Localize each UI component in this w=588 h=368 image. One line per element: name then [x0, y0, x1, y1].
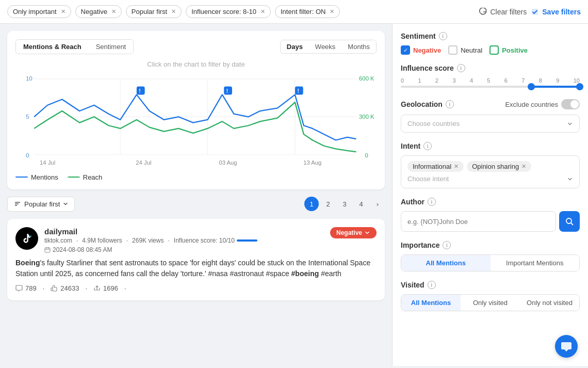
- sort-button[interactable]: Popular first: [7, 197, 75, 212]
- filter-tag-popular-first[interactable]: Popular first ✕: [126, 5, 182, 18]
- geo-info-icon[interactable]: i: [446, 100, 454, 108]
- filter-tag-intent[interactable]: Intent filter: ON ✕: [275, 5, 340, 18]
- visited-only-visited[interactable]: Only visited: [461, 295, 520, 311]
- slider-track[interactable]: [401, 86, 580, 88]
- page-1-button[interactable]: 1: [304, 197, 319, 211]
- geo-header: Geolocation i Exclude countries: [401, 99, 580, 109]
- svg-text:300 K: 300 K: [359, 114, 374, 120]
- chat-bubble[interactable]: [555, 335, 578, 358]
- page-2-button[interactable]: 2: [321, 197, 335, 211]
- visited-section: Visited i All Mentions Only visited Only…: [401, 281, 580, 311]
- post-date: 2024-08-08 08:45 AM: [44, 246, 324, 253]
- author-search-button[interactable]: [559, 211, 580, 232]
- author-section: Author i: [401, 198, 580, 232]
- chevron-down-small-icon: [364, 230, 370, 236]
- time-tab-group: Days Weeks Months: [280, 40, 377, 54]
- importance-all-mentions[interactable]: All Mentions: [401, 255, 491, 271]
- tab-days[interactable]: Days: [281, 40, 309, 53]
- avatar: [15, 227, 38, 250]
- checkmark-negative: ✓: [403, 47, 408, 54]
- slider-thumb-right[interactable]: [576, 83, 583, 90]
- main-layout: Mentions & Reach Sentiment Days Weeks Mo…: [0, 24, 588, 366]
- author-info-icon[interactable]: i: [428, 198, 436, 206]
- page-3-button[interactable]: 3: [337, 197, 352, 211]
- sentiment-neutral[interactable]: Neutral: [448, 45, 482, 55]
- pagination: 1 2 3 4 ›: [304, 197, 385, 211]
- intent-section: Intent i Informational ✕ Opinion sharing…: [401, 142, 580, 188]
- pagination-next-button[interactable]: ›: [370, 197, 385, 211]
- countries-dropdown[interactable]: Choose countries: [401, 115, 580, 133]
- chat-icon: [561, 341, 572, 352]
- importance-info-icon[interactable]: i: [443, 241, 451, 249]
- importance-title: Importance i: [401, 241, 580, 249]
- dropdown-chevron-icon: [567, 121, 573, 127]
- sentiment-positive[interactable]: Positive: [489, 45, 528, 55]
- chart-card: Mentions & Reach Sentiment Days Weeks Mo…: [7, 31, 385, 189]
- clear-filters-button[interactable]: Clear filters: [479, 8, 527, 16]
- chart-area[interactable]: 10 5 0 600 K 300 K 0 !: [15, 70, 377, 169]
- svg-text:5: 5: [26, 114, 29, 120]
- tab-weeks[interactable]: Weeks: [309, 40, 342, 53]
- svg-point-26: [19, 231, 35, 246]
- slider-labels: 0 1 2 3 4 5 6 7 8 9 10: [401, 77, 580, 84]
- intent-box[interactable]: Informational ✕ Opinion sharing ✕ Choose…: [401, 155, 580, 188]
- intent-chevron-icon: [567, 176, 573, 182]
- legend-mentions: Mentions: [15, 173, 58, 181]
- influence-info-icon[interactable]: i: [457, 64, 465, 72]
- chevron-down-icon: [63, 201, 68, 206]
- influence-track: [237, 239, 257, 242]
- filter-bar: Only important ✕ Negative ✕ Popular firs…: [0, 0, 588, 24]
- tab-mentions-reach[interactable]: Mentions & Reach: [16, 40, 89, 54]
- checkbox-neutral[interactable]: [448, 45, 458, 55]
- checkbox-negative[interactable]: ✓: [401, 45, 410, 55]
- svg-line-32: [571, 223, 573, 225]
- sentiment-negative[interactable]: ✓ Negative: [401, 45, 441, 55]
- visited-all-mentions[interactable]: All Mentions: [401, 295, 461, 311]
- filter-tag-negative[interactable]: Negative ✕: [75, 5, 122, 18]
- remove-intent-opinion-sharing[interactable]: ✕: [521, 163, 526, 170]
- remove-filter-only-important[interactable]: ✕: [61, 8, 66, 15]
- page-4-button[interactable]: 4: [354, 197, 368, 211]
- visited-only-not-visited[interactable]: Only not visited: [520, 295, 579, 311]
- author-input[interactable]: [401, 211, 556, 232]
- post-stats: 789 · 24633 · 1696 ·: [15, 284, 377, 292]
- legend-reach: Reach: [68, 173, 103, 181]
- remove-filter-influencer-score[interactable]: ✕: [260, 8, 265, 15]
- svg-text:!: !: [297, 88, 299, 94]
- legend-mentions-line: [15, 177, 28, 178]
- svg-text:0: 0: [26, 152, 29, 158]
- svg-text:03 Aug: 03 Aug: [219, 159, 237, 166]
- chart-hint: Click on the chart to filter by date: [15, 60, 377, 68]
- importance-important-mentions[interactable]: Important Mentions: [491, 255, 580, 271]
- slider-thumb-left[interactable]: [528, 83, 535, 90]
- remove-filter-negative[interactable]: ✕: [111, 8, 116, 15]
- chart-tab-group: Mentions & Reach Sentiment: [15, 39, 134, 54]
- right-panel: Sentiment i ✓ Negative Neutral Posit: [392, 24, 588, 366]
- stat-likes: 24633: [51, 284, 79, 292]
- remove-intent-informational[interactable]: ✕: [454, 163, 459, 170]
- svg-text:!: !: [226, 88, 228, 94]
- sentiment-section: Sentiment i ✓ Negative Neutral Posit: [401, 32, 580, 55]
- search-icon: [565, 217, 574, 226]
- tab-sentiment[interactable]: Sentiment: [89, 40, 134, 54]
- sentiment-badge[interactable]: Negative: [330, 227, 377, 238]
- stat-shares: 1696: [93, 284, 118, 292]
- share-icon: [93, 284, 101, 292]
- save-filters-button[interactable]: Save filters: [531, 8, 581, 16]
- exclude-countries-toggle[interactable]: [561, 99, 580, 109]
- filter-tag-influencer-score[interactable]: Influencer score: 8-10 ✕: [186, 5, 271, 18]
- remove-filter-popular-first[interactable]: ✕: [171, 8, 176, 15]
- svg-text:0: 0: [365, 152, 368, 158]
- visited-info-icon[interactable]: i: [428, 281, 436, 289]
- tab-months[interactable]: Months: [341, 40, 376, 53]
- author-title: Author i: [401, 198, 580, 206]
- checkbox-positive[interactable]: [489, 45, 499, 55]
- post-meta: dailymail tiktok.com · 4.9M followers · …: [44, 227, 324, 253]
- sentiment-info-icon[interactable]: i: [439, 32, 447, 40]
- intent-tag-opinion-sharing: Opinion sharing ✕: [467, 161, 531, 172]
- intent-info-icon[interactable]: i: [423, 142, 432, 150]
- remove-filter-intent[interactable]: ✕: [330, 8, 334, 15]
- visited-title: Visited i: [401, 281, 580, 289]
- post-header: dailymail tiktok.com · 4.9M followers · …: [15, 227, 377, 253]
- filter-tag-only-important[interactable]: Only important ✕: [7, 5, 71, 18]
